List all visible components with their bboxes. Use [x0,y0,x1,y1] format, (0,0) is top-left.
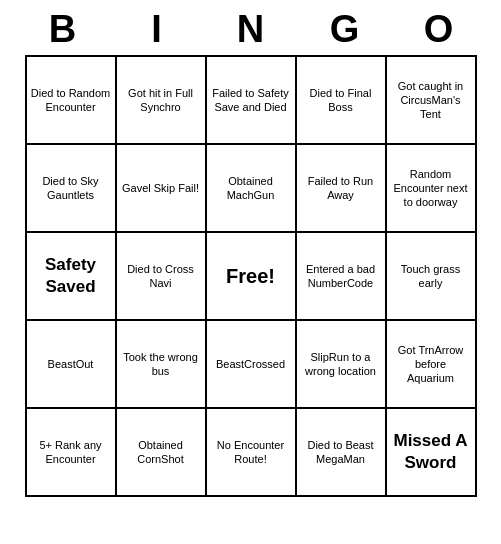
letter-g: G [305,8,385,51]
letter-n: N [211,8,291,51]
bingo-cell-r3c2[interactable]: BeastCrossed [207,321,297,409]
bingo-grid: Died to Random EncounterGot hit in Full … [25,55,477,497]
bingo-cell-r1c0[interactable]: Died to Sky Gauntlets [27,145,117,233]
bingo-cell-r1c3[interactable]: Failed to Run Away [297,145,387,233]
bingo-cell-r2c3[interactable]: Entered a bad NumberCode [297,233,387,321]
bingo-cell-r2c1[interactable]: Died to Cross Navi [117,233,207,321]
letter-b: B [23,8,103,51]
bingo-cell-r4c2[interactable]: No Encounter Route! [207,409,297,497]
bingo-cell-r2c4[interactable]: Touch grass early [387,233,477,321]
bingo-title: B I N G O [16,0,486,55]
bingo-cell-r4c1[interactable]: Obtained CornShot [117,409,207,497]
bingo-cell-r3c4[interactable]: Got TrnArrow before Aquarium [387,321,477,409]
bingo-cell-r1c1[interactable]: Gavel Skip Fail! [117,145,207,233]
bingo-cell-r0c0[interactable]: Died to Random Encounter [27,57,117,145]
bingo-cell-r4c4[interactable]: Missed A Sword [387,409,477,497]
bingo-cell-r3c3[interactable]: SlipRun to a wrong location [297,321,387,409]
bingo-cell-r0c3[interactable]: Died to Final Boss [297,57,387,145]
bingo-cell-r2c0[interactable]: Safety Saved [27,233,117,321]
bingo-cell-r4c3[interactable]: Died to Beast MegaMan [297,409,387,497]
bingo-cell-r1c2[interactable]: Obtained MachGun [207,145,297,233]
bingo-cell-r0c4[interactable]: Got caught in CircusMan's Tent [387,57,477,145]
bingo-cell-r2c2[interactable]: Free! [207,233,297,321]
bingo-cell-r1c4[interactable]: Random Encounter next to doorway [387,145,477,233]
bingo-cell-r0c1[interactable]: Got hit in Full Synchro [117,57,207,145]
bingo-cell-r0c2[interactable]: Failed to Safety Save and Died [207,57,297,145]
letter-o: O [399,8,479,51]
bingo-cell-r3c1[interactable]: Took the wrong bus [117,321,207,409]
bingo-cell-r4c0[interactable]: 5+ Rank any Encounter [27,409,117,497]
letter-i: I [117,8,197,51]
bingo-cell-r3c0[interactable]: BeastOut [27,321,117,409]
